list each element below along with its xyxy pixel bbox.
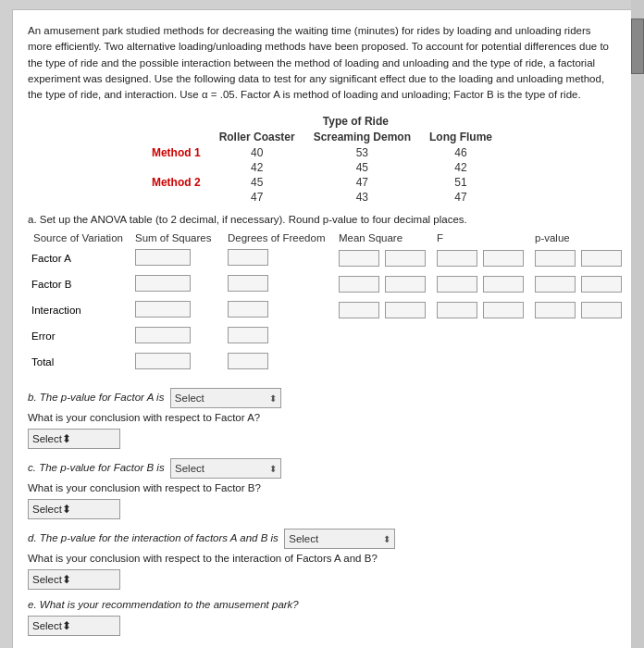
error-label: Error bbox=[28, 323, 130, 349]
factor-b-pval-input2[interactable] bbox=[581, 276, 622, 293]
m1r2-lf: 42 bbox=[420, 160, 502, 175]
part-b-conclusion-text: Select bbox=[32, 433, 62, 444]
factor-a-pval-input2[interactable] bbox=[581, 250, 622, 267]
part-b-label: b. The p-value for Factor A is bbox=[28, 392, 164, 403]
th-ss: Sum of Squares bbox=[130, 231, 222, 245]
m2r1-rc: 45 bbox=[210, 175, 304, 190]
part-c-conclusion-select[interactable]: Select ⬍ bbox=[28, 499, 120, 519]
m2r2-rc: 47 bbox=[210, 190, 304, 205]
part-d-conclusion-arrow: ⬍ bbox=[62, 573, 71, 586]
interaction-ms-input2[interactable] bbox=[385, 302, 426, 318]
method1-label2 bbox=[142, 160, 210, 175]
part-d-select-arrow: ⬍ bbox=[383, 534, 390, 544]
th-pval: p-value bbox=[529, 231, 627, 245]
part-e-label: e. What is your recommendation to the am… bbox=[28, 599, 299, 610]
factor-b-f-input2[interactable] bbox=[483, 276, 524, 293]
part-c-conclusion-arrow: ⬍ bbox=[62, 503, 71, 516]
part-c-conclusion-text: Select bbox=[32, 504, 62, 515]
interaction-df-input[interactable] bbox=[228, 301, 268, 318]
anova-row-factor-a: Factor A bbox=[28, 245, 627, 271]
part-d-pvalue-select[interactable]: Select ⬍ bbox=[284, 529, 395, 549]
m2r1-lf: 51 bbox=[420, 175, 502, 190]
m1r1-sd: 53 bbox=[304, 145, 420, 160]
total-ss-input[interactable] bbox=[135, 353, 191, 369]
part-b-pvalue-select[interactable]: Select ⬍ bbox=[170, 388, 281, 408]
th-f: F bbox=[431, 231, 529, 245]
error-ss-input[interactable] bbox=[135, 327, 191, 343]
col-header-lf: Long Flume bbox=[420, 129, 502, 145]
method1-label: Method 1 bbox=[142, 145, 210, 160]
part-d-select-text: Select bbox=[289, 533, 379, 544]
m1r2-sd: 45 bbox=[304, 160, 420, 175]
part-d-conclusion-text: Select bbox=[32, 574, 62, 585]
m1r2-rc: 42 bbox=[210, 160, 304, 175]
method2-label2 bbox=[142, 190, 210, 205]
part-d-label: d. The p-value for the interaction of fa… bbox=[28, 532, 279, 543]
method2-label: Method 2 bbox=[142, 175, 210, 190]
col-header-rc: Roller Coaster bbox=[210, 129, 304, 145]
factor-b-f-input1[interactable] bbox=[437, 276, 477, 293]
factor-b-ss-input[interactable] bbox=[135, 275, 191, 292]
th-source: Source of Variation bbox=[28, 231, 130, 245]
interaction-pval-input2[interactable] bbox=[581, 302, 622, 318]
factor-b-label: Factor B bbox=[28, 271, 130, 297]
factor-a-df-input[interactable] bbox=[228, 249, 268, 266]
factor-b-df-input[interactable] bbox=[228, 275, 268, 292]
m2r2-sd: 43 bbox=[304, 190, 420, 205]
m2r2-lf: 47 bbox=[420, 190, 502, 205]
anova-table: Source of Variation Sum of Squares Degre… bbox=[28, 231, 627, 375]
part-b-select-arrow: ⬍ bbox=[269, 393, 277, 404]
interaction-label: Interaction bbox=[28, 297, 130, 323]
part-c-select-arrow: ⬍ bbox=[269, 464, 277, 474]
intro-text: An amusement park studied methods for de… bbox=[28, 23, 616, 103]
m1r1-rc: 40 bbox=[210, 145, 304, 160]
factor-a-ss-input[interactable] bbox=[135, 249, 191, 266]
scroll-thumb[interactable] bbox=[631, 19, 644, 74]
part-e-select-arrow: ⬍ bbox=[62, 619, 71, 632]
interaction-ms-input1[interactable] bbox=[339, 302, 379, 318]
data-table: Type of Ride Roller Coaster Screaming De… bbox=[142, 114, 502, 205]
part-b-conclusion-select[interactable]: Select ⬍ bbox=[28, 429, 120, 449]
part-e-select-text: Select bbox=[32, 620, 62, 631]
part-c-label: c. The p-value for Factor B is bbox=[28, 462, 165, 473]
error-df-input[interactable] bbox=[228, 327, 268, 343]
part-e-select[interactable]: Select ⬍ bbox=[28, 616, 120, 636]
total-df-input[interactable] bbox=[228, 353, 268, 369]
part-c-conclusion-label: What is your conclusion with respect to … bbox=[28, 482, 616, 493]
factor-a-pval-input1[interactable] bbox=[535, 250, 576, 267]
factor-a-ms-input2[interactable] bbox=[385, 250, 426, 267]
part-b-conclusion-label: What is your conclusion with respect to … bbox=[28, 412, 616, 423]
factor-a-ms-input1[interactable] bbox=[339, 250, 379, 267]
anova-row-total: Total bbox=[28, 349, 627, 375]
interaction-pval-input1[interactable] bbox=[535, 302, 576, 318]
scrollbar[interactable] bbox=[631, 0, 644, 648]
interaction-ss-input[interactable] bbox=[135, 301, 191, 318]
m2r1-sd: 47 bbox=[304, 175, 420, 190]
part-c-select-text: Select bbox=[175, 463, 266, 474]
col-header-sd: Screaming Demon bbox=[304, 129, 420, 145]
factor-a-f-input2[interactable] bbox=[483, 250, 524, 267]
part-d-section: d. The p-value for the interaction of fa… bbox=[28, 529, 616, 590]
th-ms: Mean Square bbox=[333, 231, 431, 245]
factor-b-ms-input2[interactable] bbox=[385, 276, 426, 293]
anova-row-factor-b: Factor B bbox=[28, 271, 627, 297]
part-b-select-text: Select bbox=[175, 393, 266, 404]
interaction-f-input2[interactable] bbox=[483, 302, 524, 318]
th-df: Degrees of Freedom bbox=[222, 231, 333, 245]
part-c-pvalue-select[interactable]: Select ⬍ bbox=[170, 458, 281, 479]
type-header: Type of Ride bbox=[210, 114, 502, 129]
part-d-conclusion-label: What is your conclusion with respect to … bbox=[28, 553, 616, 564]
part-b-conclusion-arrow: ⬍ bbox=[62, 432, 71, 445]
part-b-section: b. The p-value for Factor A is Select ⬍ … bbox=[28, 388, 616, 449]
part-e-section: e. What is your recommendation to the am… bbox=[28, 599, 616, 636]
factor-b-ms-input1[interactable] bbox=[339, 276, 379, 293]
anova-row-error: Error bbox=[28, 323, 627, 349]
total-label: Total bbox=[28, 349, 130, 375]
interaction-f-input1[interactable] bbox=[437, 302, 477, 318]
factor-a-f-input1[interactable] bbox=[437, 250, 477, 267]
anova-row-interaction: Interaction bbox=[28, 297, 627, 323]
part-a-label: a. Set up the ANOVA table (to 2 decimal,… bbox=[28, 214, 616, 225]
factor-b-pval-input1[interactable] bbox=[535, 276, 576, 293]
factor-a-label: Factor A bbox=[28, 245, 130, 271]
part-d-conclusion-select[interactable]: Select ⬍ bbox=[28, 569, 120, 590]
